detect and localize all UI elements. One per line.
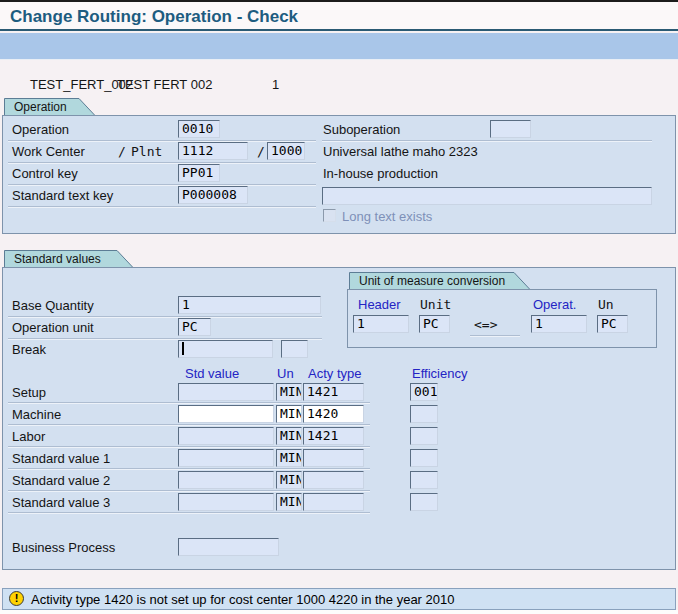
business-process-field[interactable]: [178, 538, 279, 556]
row-label-machine: Machine: [12, 407, 61, 422]
sv2-efficiency-field[interactable]: [410, 471, 438, 489]
column-header-un: Un: [277, 366, 294, 381]
column-header-std-value: Std value: [185, 366, 239, 381]
row-label-standard-value-1: Standard value 1: [12, 451, 110, 466]
sv1-acty-type-field[interactable]: [303, 449, 364, 467]
long-text-exists-label: Long text exists: [342, 209, 432, 224]
labor-un-field[interactable]: MIN: [276, 427, 302, 445]
operation-tab-label: Operation: [14, 100, 67, 114]
operation-label: Operation: [12, 122, 69, 137]
uom-header-label: Header: [358, 297, 401, 312]
control-key-label: Control key: [12, 166, 78, 181]
long-text-exists-checkbox[interactable]: [323, 209, 336, 222]
standard-text-key-field[interactable]: P000008: [178, 186, 248, 204]
row-separator: [8, 424, 370, 426]
labor-efficiency-field[interactable]: [410, 427, 438, 445]
text-cursor: [182, 342, 184, 355]
sv3-std-value-field[interactable]: [178, 493, 274, 511]
work-center-label: Work Center: [12, 144, 85, 159]
business-process-label: Business Process: [12, 540, 115, 555]
labor-acty-type-field[interactable]: 1421: [303, 427, 364, 445]
row-separator: [8, 338, 322, 340]
plnt-label: Plnt: [131, 144, 162, 159]
row-label-standard-value-3: Standard value 3: [12, 495, 110, 510]
row-separator: [8, 512, 370, 514]
sv1-efficiency-field[interactable]: [410, 449, 438, 467]
operation-field[interactable]: 0010: [178, 120, 220, 138]
setup-efficiency-field[interactable]: 001: [410, 383, 438, 401]
toolbar-band: [0, 33, 678, 60]
sv1-un-field[interactable]: MIN: [276, 449, 302, 467]
uom-tab-label: Unit of measure conversion: [359, 274, 505, 288]
sv2-std-value-field[interactable]: [178, 471, 274, 489]
machine-acty-type-field[interactable]: 1420: [303, 405, 364, 423]
base-quantity-label: Base Quantity: [12, 298, 94, 313]
uom-operat-unit-field[interactable]: PC: [597, 315, 628, 333]
row-separator: [8, 316, 322, 318]
uom-unit-label: Unit: [420, 297, 451, 312]
operation-unit-label: Operation unit: [12, 320, 94, 335]
uom-operat-qty-field[interactable]: 1: [531, 315, 587, 333]
column-header-acty-type: Acty type: [308, 366, 361, 381]
sv1-std-value-field[interactable]: [178, 449, 274, 467]
sv3-un-field[interactable]: MIN: [276, 493, 302, 511]
material-description: TEST FERT 002: [117, 77, 212, 92]
standard-text-field[interactable]: [322, 187, 652, 205]
break-unit-field[interactable]: [281, 340, 308, 358]
machine-efficiency-field[interactable]: [410, 405, 438, 423]
row-separator: [322, 140, 652, 142]
plant-slash: /: [257, 144, 265, 159]
uom-un-label: Un: [598, 297, 614, 312]
standard-text-key-label: Standard text key: [12, 188, 113, 203]
work-center-field[interactable]: 1112: [178, 142, 248, 160]
work-center-description: Universal lathe maho 2323: [323, 144, 478, 159]
status-bar[interactable]: ! Activity type 1420 is not set up for c…: [2, 588, 676, 610]
row-separator: [8, 468, 370, 470]
suboperation-field[interactable]: [490, 120, 531, 138]
row-separator: [8, 402, 370, 404]
setup-std-value-field[interactable]: [178, 383, 274, 401]
uom-header-qty-field[interactable]: 1: [353, 315, 409, 333]
title-bar: Change Routing: Operation - Check: [0, 2, 678, 29]
uom-operat-label: Operat.: [533, 297, 576, 312]
suboperation-label: Suboperation: [323, 122, 400, 137]
break-label: Break: [12, 342, 46, 357]
sap-window: Change Routing: Operation - Check TEST_F…: [0, 0, 678, 614]
uom-arrow: <=>: [474, 317, 497, 332]
control-key-description: In-house production: [323, 166, 438, 181]
base-quantity-field[interactable]: 1: [178, 296, 321, 314]
row-label-labor: Labor: [12, 429, 45, 444]
control-key-field[interactable]: PP01: [178, 164, 220, 182]
sv3-efficiency-field[interactable]: [410, 493, 438, 511]
uom-header-unit-field[interactable]: PC: [419, 315, 450, 333]
setup-un-field[interactable]: MIN: [276, 383, 302, 401]
row-separator: [8, 490, 370, 492]
plant-field[interactable]: 1000: [267, 142, 305, 160]
break-field[interactable]: [178, 340, 273, 358]
row-separator: [8, 206, 316, 208]
row-separator: [8, 446, 370, 448]
sv2-un-field[interactable]: MIN: [276, 471, 302, 489]
standard-values-tab-label: Standard values: [14, 252, 101, 266]
setup-acty-type-field[interactable]: 1421: [303, 383, 364, 401]
machine-un-field[interactable]: MIN: [276, 405, 302, 423]
title-divider: [0, 29, 678, 31]
machine-std-value-field[interactable]: [178, 405, 274, 423]
status-message: Activity type 1420 is not set up for cos…: [31, 592, 454, 607]
group-counter: 1: [272, 77, 279, 92]
row-label-standard-value-2: Standard value 2: [12, 473, 110, 488]
warning-icon[interactable]: !: [9, 591, 24, 606]
page-title: Change Routing: Operation - Check: [10, 7, 298, 27]
row-separator: [8, 184, 316, 186]
uom-arrow-underline: [470, 335, 520, 337]
sv2-acty-type-field[interactable]: [303, 471, 364, 489]
sv3-acty-type-field[interactable]: [303, 493, 364, 511]
row-separator: [8, 162, 316, 164]
labor-std-value-field[interactable]: [178, 427, 274, 445]
bottom-gap: [0, 610, 678, 614]
work-center-slash: /: [118, 144, 126, 159]
operation-unit-field[interactable]: PC: [178, 318, 211, 336]
row-label-setup: Setup: [12, 385, 46, 400]
column-header-efficiency: Efficiency: [412, 366, 467, 381]
